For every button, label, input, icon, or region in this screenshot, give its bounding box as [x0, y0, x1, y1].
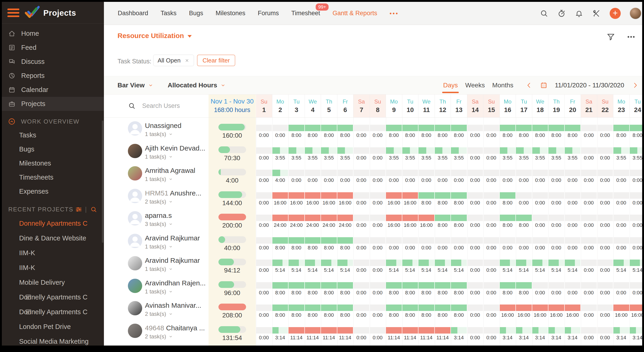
project-item-iim-k[interactable]: IIM-K [2, 260, 104, 275]
allocation-value: 0:00 [581, 267, 597, 273]
sidebar-item-home[interactable]: Home [2, 27, 104, 41]
allocation-value: 0:00 [597, 290, 613, 296]
allocation-bar [500, 237, 516, 244]
chevron-down-icon [220, 83, 226, 88]
bell-icon[interactable] [575, 9, 584, 18]
allocation-cell: 0:00 [597, 118, 614, 140]
task-count-toggle[interactable]: 1 task(s) [145, 243, 173, 250]
allocation-bar [354, 237, 369, 244]
project-item-donnelly-apartments-c[interactable]: Donnelly Apartments C [2, 304, 104, 319]
allocation-bar [516, 282, 532, 289]
task-count-toggle[interactable]: 1 task(s) [145, 266, 173, 272]
sidebar-item-tasks[interactable]: Tasks [2, 128, 104, 142]
allocation-cell: 0:00 [467, 118, 484, 140]
measure-dropdown[interactable]: Allocated Hours [168, 82, 226, 89]
allocation-cell: 0:00 [370, 230, 386, 253]
remove-filter-icon[interactable] [184, 58, 190, 63]
tab-tasks[interactable]: Tasks [160, 10, 176, 17]
project-item-donnelly-apartments-c[interactable]: Donnelly Apartments C [2, 216, 104, 231]
allocation-value: 0:00 [256, 335, 272, 341]
allocation-cell: 0:00 [500, 230, 516, 253]
sidebar-item-milestones[interactable]: Milestones [2, 156, 104, 170]
allocation-value: 0:00 [581, 335, 597, 341]
sidebar-item-projects[interactable]: Projects [2, 97, 104, 111]
calendar-icon[interactable] [540, 82, 548, 89]
allocation-value: 3:55 [532, 155, 548, 161]
allocation-bar [435, 170, 451, 176]
project-item-donnelly-apartments-c[interactable]: Donnelly Apartments C [2, 290, 104, 304]
sidebar-item-timesheets[interactable]: Timesheets [2, 170, 104, 184]
task-count-toggle[interactable]: 1 task(s) [145, 131, 173, 137]
allocation-bar [516, 327, 532, 333]
allocation-bar [565, 192, 581, 199]
scale-weeks[interactable]: Weeks [465, 82, 485, 89]
sidebar-scrollbar[interactable] [102, 121, 104, 243]
day-of-week-label: Tu [630, 98, 642, 105]
filter-icon[interactable] [606, 32, 616, 42]
prev-period-icon[interactable] [525, 82, 533, 89]
clear-filter-button[interactable]: Clear filter [197, 55, 235, 66]
scale-days[interactable]: Days [443, 82, 458, 89]
sidebar-item-calendar[interactable]: Calendar [2, 83, 104, 97]
scale-months[interactable]: Months [492, 82, 513, 89]
allocation-value: 0:00 [418, 245, 434, 251]
tab-bugs[interactable]: Bugs [189, 10, 203, 17]
tab-timesheet[interactable]: Timesheet99+ [291, 10, 320, 17]
tools-icon[interactable] [592, 9, 601, 18]
allocation-value: 0:00 [386, 245, 402, 251]
filter-chip-all-open[interactable]: All Open [153, 55, 194, 66]
chev-circle-up-icon[interactable] [8, 118, 16, 125]
tab-gantt-reports[interactable]: Gantt & Reports [332, 10, 377, 17]
allocation-value: 0:00 [467, 222, 483, 228]
work-overview-title: WORK OVERVIEW [21, 118, 80, 125]
sidebar-item-feed[interactable]: Feed [2, 41, 104, 55]
task-count-toggle[interactable]: 1 task(s) [145, 176, 173, 182]
allocation-bar [484, 215, 499, 221]
allocation-cell: 0:00 [516, 163, 532, 185]
resource-name: Aravindhan Rajen... [145, 279, 206, 287]
allocation-bar [288, 237, 304, 244]
task-count-toggle[interactable]: 1 task(s) [145, 154, 173, 160]
task-count-toggle[interactable]: 2 task(s) [145, 311, 173, 317]
date-range[interactable]: 11/01/2020 - 11/30/2020 [555, 82, 624, 89]
user-avatar[interactable] [630, 7, 642, 19]
project-item-dine-dance-website[interactable]: Dine & Dance Website [2, 231, 104, 245]
resource-row: Ajith Kevin Devad...1 task(s)70:300:003:… [104, 140, 642, 163]
sidebar-item-label: Reports [21, 72, 45, 80]
next-period-icon[interactable] [632, 82, 639, 89]
allocation-bar [581, 304, 597, 311]
project-item-iim-k[interactable]: IIM-K [2, 245, 104, 260]
timer-icon[interactable] [557, 9, 566, 18]
day-header-su-15: Su15 [484, 95, 500, 117]
task-count-toggle[interactable]: 1 task(s) [145, 288, 173, 295]
task-count-toggle[interactable]: 3 task(s) [145, 221, 173, 227]
sidebar-item-bugs[interactable]: Bugs [2, 142, 104, 156]
search-icon[interactable] [90, 206, 97, 213]
more-h-icon[interactable] [626, 32, 636, 42]
tab-milestones[interactable]: Milestones [216, 10, 246, 17]
task-count-toggle[interactable]: 2 task(s) [145, 333, 173, 340]
tab-forums[interactable]: Forums [258, 10, 279, 17]
tab-dashboard[interactable]: Dashboard [118, 10, 148, 17]
search-icon[interactable] [540, 9, 548, 18]
project-item-social-media-marketing[interactable]: Social Media Marketing [2, 334, 104, 345]
allocation-cell: 0:00 [386, 230, 402, 253]
report-selector[interactable]: Resource Utilization [118, 32, 192, 40]
add-button[interactable]: + [610, 8, 621, 19]
sidebar-item-discuss[interactable]: Discuss [2, 55, 104, 69]
allocation-bar [321, 260, 337, 266]
project-item-london-pet-drive[interactable]: London Pet Drive [2, 319, 104, 334]
hamburger-menu-icon[interactable] [7, 9, 19, 17]
nav-more-button[interactable]: ••• [390, 10, 399, 17]
allocation-cell: 0:00 [581, 207, 597, 230]
sidebar-item-expenses[interactable]: Expenses [2, 184, 104, 198]
sidebar-item-reports[interactable]: Reports [2, 69, 104, 83]
project-item-mobile-delivery[interactable]: Mobile Delivery [2, 275, 104, 290]
view-mode-dropdown[interactable]: Bar View [118, 82, 154, 89]
sliders-icon[interactable] [75, 206, 82, 213]
allocation-value: 5:14 [500, 267, 516, 273]
utilization-bar-fill [218, 169, 221, 175]
search-users-input[interactable] [142, 102, 209, 110]
task-count-toggle[interactable]: 2 task(s) [145, 198, 173, 205]
allocation-cell: 8:00 [337, 297, 354, 320]
